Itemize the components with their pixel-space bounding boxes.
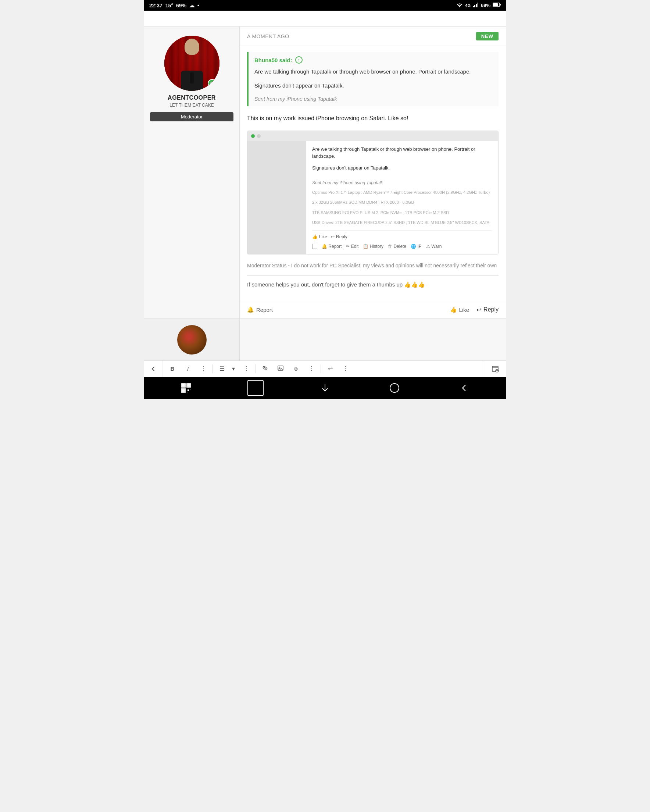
signal-label: 4G	[465, 3, 471, 8]
more-list-button[interactable]: ⋮	[240, 361, 253, 377]
italic-button[interactable]: I	[181, 361, 195, 377]
user-title: LET THEM EAT CAKE	[169, 102, 214, 108]
moderator-badge: Moderator	[150, 112, 233, 121]
screenshot-action-row: 🔔 Report ✏ Edit 📋 History 🗑 Delete 🌐 IP …	[312, 243, 492, 250]
embedded-screenshot: Are we talking through Tapatalk or throu…	[247, 131, 499, 255]
like-label: Like	[459, 307, 470, 313]
image-icon	[277, 365, 284, 373]
screenshot-checkbox[interactable]	[312, 244, 317, 249]
reply-icon-small: ↩	[331, 234, 334, 240]
screenshot-specs-4: USB Drives: 2TB SEAGATE FIRECUDA 2.5" SS…	[312, 220, 492, 226]
avatar-head	[185, 39, 199, 55]
dots-icon-2: ⋮	[243, 365, 249, 372]
svg-rect-18	[190, 389, 191, 390]
bell-icon: 🔔	[247, 306, 254, 313]
post-timestamp: A MOMENT AGO	[247, 34, 289, 39]
thumb-up-icon: 👍	[312, 234, 317, 240]
dots-icon-1: ⋮	[200, 365, 206, 372]
reply-label: Reply	[484, 306, 499, 313]
screenshot-like-reply[interactable]: 👍 Like ↩ Reply	[312, 234, 348, 240]
screenshot-text-2: Signatures don't appear on Tapatalk.	[312, 164, 492, 172]
svg-rect-16	[182, 389, 185, 392]
svg-rect-2	[476, 4, 477, 8]
bottom-nav	[144, 377, 506, 399]
reply-editor: B I ⋮ ☰ ▾ ⋮	[144, 360, 506, 377]
screenshot-header	[247, 131, 498, 141]
svg-point-20	[390, 383, 399, 392]
avatar-tie	[190, 72, 194, 84]
emoji-button[interactable]: ☺	[289, 361, 303, 377]
editor-toolbar: B I ⋮ ☰ ▾ ⋮	[163, 361, 484, 377]
svg-rect-17	[188, 389, 189, 391]
screenshot-dot-2	[257, 134, 261, 138]
screenshot-edit[interactable]: ✏ Edit	[346, 243, 359, 250]
screenshot-like-btn[interactable]: 👍 Like	[312, 234, 327, 240]
username: AGENTCOOPER	[168, 95, 216, 101]
status-time: 22:37	[149, 3, 163, 8]
reply-button[interactable]: ↩ Reply	[476, 306, 499, 313]
post-header: A MOMENT AGO NEW	[240, 27, 506, 46]
svg-rect-15	[188, 384, 190, 386]
undo-button[interactable]: ↩	[323, 361, 337, 377]
editor-send-button[interactable]	[484, 361, 506, 377]
battery-pct-display: 69%	[481, 3, 490, 8]
next-avatar	[177, 325, 207, 354]
report-button[interactable]: 🔔 Report	[247, 306, 273, 313]
svg-rect-0	[473, 6, 474, 8]
back-button[interactable]	[456, 380, 472, 396]
italic-icon: I	[187, 366, 189, 372]
svg-rect-14	[182, 384, 185, 386]
quote-line1: Are we talking through Tapatalk or throu…	[255, 67, 493, 76]
reply-arrow-icon: ↩	[476, 306, 481, 313]
list-button[interactable]: ☰	[215, 361, 229, 377]
status-bar: 22:37 15° 69% ☁ • 4G 69%	[144, 0, 506, 11]
screenshot-report[interactable]: 🔔 Report	[322, 243, 342, 250]
post-content: A MOMENT AGO NEW Bhuna50 said: ↑ Are we …	[240, 27, 506, 319]
link-button[interactable]	[258, 361, 272, 377]
wifi-icon	[456, 2, 463, 8]
screenshot-ip[interactable]: 🌐 IP	[410, 243, 422, 250]
mod-note: Moderator Status - I do not work for PC …	[247, 262, 499, 270]
screenshot-history[interactable]: 📋 History	[363, 243, 383, 250]
more-insert-button[interactable]: ⋮	[304, 361, 318, 377]
next-post-content	[240, 319, 506, 360]
separator-2	[255, 365, 256, 373]
screenshot-delete[interactable]: 🗑 Delete	[388, 243, 406, 250]
editor-left-nav[interactable]	[144, 361, 163, 377]
scroll-down-button[interactable]	[317, 380, 333, 396]
online-dot	[210, 82, 214, 85]
report-label: Report	[256, 307, 273, 313]
avatar-body	[181, 70, 203, 91]
screenshot-specs-3: 1TB SAMSUNG 970 EVO PLUS M.2, PCle NVMe …	[312, 210, 492, 215]
quote-block: Bhuna50 said: ↑ Are we talking through T…	[247, 52, 499, 106]
svg-rect-1	[474, 5, 475, 8]
footer-left: 🔔 Report	[247, 306, 273, 313]
status-left: 22:37 15° 69% ☁ •	[149, 3, 199, 8]
more-format-button[interactable]: ⋮	[196, 361, 210, 377]
dots-icon-4: ⋮	[343, 365, 348, 372]
screenshot-inner: Are we talking through Tapatalk or throu…	[247, 141, 498, 254]
home-button[interactable]	[386, 380, 403, 396]
list-chevron-button[interactable]: ▾	[229, 361, 238, 377]
bold-icon: B	[171, 366, 175, 372]
chevron-down-icon: ▾	[232, 365, 235, 372]
list-icon: ☰	[220, 365, 224, 372]
bold-button[interactable]: B	[165, 361, 179, 377]
image-button[interactable]	[273, 361, 287, 377]
post-body: Bhuna50 said: ↑ Are we talking through T…	[240, 46, 506, 301]
main-post-text: This is on my work issued iPhone browsin…	[247, 114, 499, 123]
list-btn-group: ☰ ▾	[215, 361, 238, 377]
next-avatar-img	[177, 325, 207, 354]
post-footer: 🔔 Report 👍 Like ↩ Reply	[240, 301, 506, 319]
screenshot-reply-btn[interactable]: ↩ Reply	[331, 234, 348, 240]
recents-button[interactable]	[247, 380, 264, 396]
like-button[interactable]: 👍 Like	[450, 306, 470, 313]
new-badge: NEW	[476, 32, 499, 40]
more-history-button[interactable]: ⋮	[339, 361, 352, 377]
screenshot-sig: Sent from my iPhone using Tapatalk	[312, 180, 492, 186]
scan-button[interactable]	[178, 380, 194, 396]
next-post-sidebar	[144, 319, 240, 360]
post-container: AGENTCOOPER LET THEM EAT CAKE Moderator …	[144, 27, 506, 319]
quote-author: Bhuna50 said: ↑	[255, 56, 493, 64]
screenshot-warn[interactable]: ⚠ Warn	[426, 243, 442, 250]
